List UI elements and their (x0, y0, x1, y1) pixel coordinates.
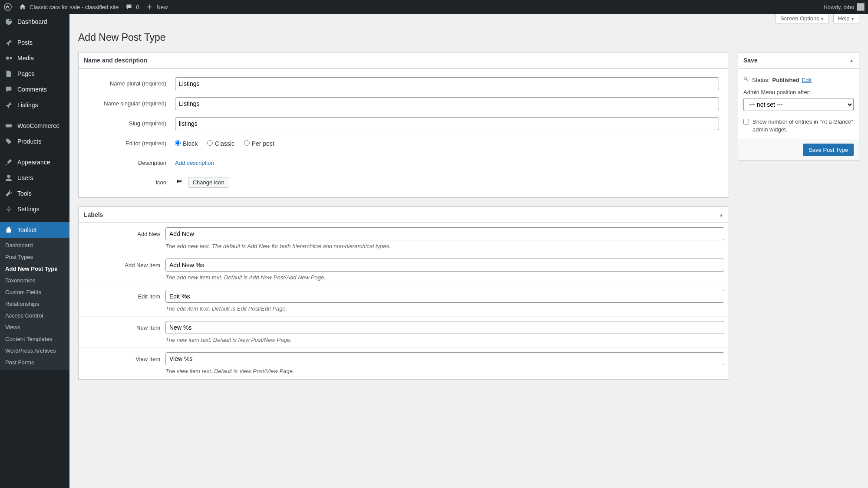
brush-icon (4, 158, 13, 167)
label-row: Add NewThe add new text. The default is … (79, 223, 729, 254)
submenu-taxonomies[interactable]: Taxonomies (0, 275, 69, 286)
editor-options: Block Classic Per post (171, 134, 723, 153)
label-row-label: New Item (79, 317, 165, 348)
svg-point-3 (7, 175, 10, 178)
label-row-label: Edit Item (79, 285, 165, 317)
menu-toolset[interactable]: Toolset (0, 222, 69, 238)
label-row-input[interactable] (165, 290, 724, 303)
svg-rect-2 (6, 124, 12, 127)
submenu-dashboard[interactable]: Dashboard (0, 239, 69, 251)
submenu-views[interactable]: Views (0, 321, 69, 333)
name-singular-label: Name singular (required) (84, 94, 171, 114)
label-row: Edit ItemThe edit item text. Default is … (79, 285, 729, 317)
status-line: Status: Published Edit (743, 74, 854, 89)
menu-appearance[interactable]: Appearance (0, 154, 69, 170)
add-description-link[interactable]: Add description (175, 160, 214, 166)
name-singular-input[interactable] (175, 97, 719, 110)
submenu-content-templates[interactable]: Content Templates (0, 333, 69, 345)
submenu-add-new-post-type[interactable]: Add New Post Type (0, 263, 69, 275)
label-row-label: Add New (79, 223, 165, 254)
wp-logo[interactable] (3, 3, 12, 11)
save-post-type-button[interactable]: Save Post Type (803, 144, 854, 156)
wrench-icon (4, 189, 13, 198)
menu-products[interactable]: Products (0, 134, 69, 149)
label-row-help: The add new text. The default is Add New… (165, 243, 724, 249)
label-row-input[interactable] (165, 227, 724, 240)
name-plural-label: Name plural (required) (84, 74, 171, 94)
menu-users[interactable]: Users (0, 170, 69, 186)
save-heading: Save▲ (738, 52, 859, 69)
label-row-input[interactable] (165, 259, 724, 272)
dashboard-icon (4, 17, 13, 26)
slug-label: Slug (required) (84, 114, 171, 134)
save-box: Save▲ Status: Published Edit Admin Menu … (738, 52, 859, 161)
editor-classic-radio[interactable]: Classic (207, 140, 234, 147)
new-link[interactable]: New (145, 3, 168, 11)
menu-position-select[interactable]: --- not set --- (743, 98, 854, 111)
editor-block-radio[interactable]: Block (175, 140, 198, 147)
label-row-help: The new item text. Default is New Post/N… (165, 337, 724, 343)
change-icon-button[interactable]: Change icon (188, 177, 229, 188)
new-label: New (156, 4, 168, 10)
site-link[interactable]: Classic cars for sale - classified site (18, 3, 119, 11)
menu-media[interactable]: Media (0, 50, 69, 66)
submenu-relationships[interactable]: Relationships (0, 298, 69, 310)
label-row-help: The add new item text. Default is Add Ne… (165, 274, 724, 281)
screen-options-button[interactable]: Screen Options (776, 14, 829, 23)
menu-woocommerce[interactable]: WooCommerce (0, 118, 69, 134)
submenu-custom-fields[interactable]: Custom Fields (0, 286, 69, 298)
label-row-input[interactable] (165, 352, 724, 365)
label-row: Add New ItemThe add new item text. Defau… (79, 254, 729, 285)
menu-position-label: Admin Menu position after: (743, 89, 854, 95)
submenu-access-control[interactable]: Access Control (0, 310, 69, 321)
howdy-link[interactable]: Howdy, lobo (823, 3, 865, 11)
description-label: Description (84, 153, 171, 173)
svg-point-4 (744, 77, 746, 79)
name-plural-input[interactable] (175, 77, 719, 90)
menu-dashboard[interactable]: Dashboard (0, 14, 69, 29)
key-icon (743, 76, 749, 84)
submenu-post-forms[interactable]: Post Forms (0, 357, 69, 368)
avatar (857, 3, 865, 11)
home-icon (18, 3, 27, 11)
label-row-input[interactable] (165, 321, 724, 334)
media-icon (4, 54, 13, 62)
pin-icon (4, 38, 13, 47)
page-title: Add New Post Type (78, 28, 859, 52)
label-row-help: The edit item text. Default is Edit Post… (165, 305, 724, 312)
save-toggle[interactable]: ▲ (849, 58, 854, 63)
label-row: View ItemThe view item text. Default is … (79, 348, 729, 379)
label-row: New ItemThe new item text. Default is Ne… (79, 317, 729, 348)
menu-listings[interactable]: Listings (0, 97, 69, 113)
menu-settings[interactable]: Settings (0, 201, 69, 217)
comments-link[interactable]: 0 (125, 3, 139, 11)
menu-comments[interactable]: Comments (0, 82, 69, 97)
icon-label: Icon (84, 173, 171, 192)
editor-label: Editor (required) (84, 134, 171, 153)
name-description-box: Name and description Name plural (requir… (78, 52, 729, 198)
current-icon-preview (173, 176, 184, 187)
submenu-wp-archives[interactable]: WordPress Archives (0, 345, 69, 357)
at-a-glance-checkbox[interactable]: Show number of entries in "At a Glance" … (743, 118, 854, 134)
menu-posts[interactable]: Posts (0, 35, 69, 50)
label-row-label: Add New Item (79, 254, 165, 285)
submenu-post-types[interactable]: Post Types (0, 251, 69, 263)
menu-pages[interactable]: Pages (0, 66, 69, 82)
labels-box: Labels▲ Add NewThe add new text. The def… (78, 206, 729, 380)
labels-heading: Labels▲ (79, 207, 729, 223)
settings-icon (4, 205, 13, 213)
howdy-text: Howdy, lobo (823, 4, 854, 10)
user-icon (4, 174, 13, 182)
slug-input[interactable] (175, 117, 719, 130)
label-row-label: View Item (79, 348, 165, 379)
pin-icon (4, 101, 13, 109)
plus-icon (145, 3, 154, 11)
toolset-submenu: Dashboard Post Types Add New Post Type T… (0, 238, 69, 370)
labels-toggle[interactable]: ▲ (719, 213, 723, 217)
site-title: Classic cars for sale - classified site (30, 4, 119, 10)
editor-perpost-radio[interactable]: Per post (244, 140, 274, 147)
status-edit-link[interactable]: Edit (802, 77, 812, 83)
menu-tools[interactable]: Tools (0, 186, 69, 201)
svg-point-1 (6, 56, 9, 59)
help-button[interactable]: Help (833, 14, 859, 23)
